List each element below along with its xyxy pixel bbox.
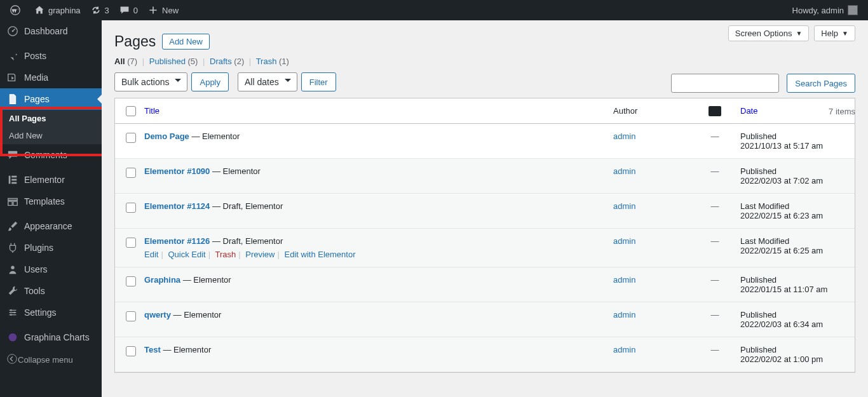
row-checkbox[interactable] (126, 133, 136, 143)
row-checkbox[interactable] (126, 238, 136, 248)
filter-button[interactable]: Filter (301, 72, 336, 91)
menu-settings[interactable]: Settings (0, 302, 102, 323)
page-title-link[interactable]: Graphina (144, 275, 180, 285)
bulk-actions-select[interactable]: Bulk actions (114, 72, 187, 91)
status-filters: All (7) | Published (5) | Drafts (2) | T… (102, 57, 868, 66)
menu-comments[interactable]: Comments (0, 144, 102, 166)
select-all-checkbox[interactable] (126, 106, 136, 116)
menu-dashboard[interactable]: Dashboard (0, 20, 102, 42)
action-quick-edit[interactable]: Quick Edit (168, 250, 205, 259)
search-button[interactable]: Search Pages (787, 74, 855, 93)
action-trash[interactable]: Trash (215, 250, 236, 259)
menu-label: Media (24, 72, 48, 83)
menu-label: Posts (24, 51, 46, 61)
comments-cell: — (689, 236, 740, 246)
menu-posts[interactable]: Posts (0, 45, 102, 67)
col-title[interactable]: Title (144, 106, 159, 116)
howdy-link[interactable]: Howdy, admin (787, 0, 863, 20)
site-link[interactable]: graphina (29, 0, 86, 20)
page-title-link[interactable]: Test (144, 345, 161, 354)
row-checkbox[interactable] (126, 276, 136, 286)
svg-point-8 (10, 309, 12, 311)
settings-icon (6, 307, 19, 318)
action-edit-with-elementor[interactable]: Edit with Elementor (284, 250, 355, 259)
elementor-icon (6, 174, 19, 185)
page-title-link[interactable]: qwerty (144, 310, 171, 320)
updates-link[interactable]: 3 (86, 0, 114, 20)
comments-link[interactable]: 0 (114, 0, 143, 20)
row-checkbox[interactable] (126, 346, 136, 356)
btn-label: Help (821, 29, 838, 38)
menu-users[interactable]: Users (0, 259, 102, 280)
menu-elementor[interactable]: Elementor (0, 169, 102, 191)
author-link[interactable]: admin (613, 275, 635, 285)
filter-trash[interactable]: Trash (256, 57, 277, 66)
menu-appearance[interactable]: Appearance (0, 215, 102, 237)
action-edit[interactable]: Edit (144, 250, 158, 259)
row-checkbox[interactable] (126, 311, 136, 321)
search-input[interactable] (671, 74, 779, 93)
collapse-menu[interactable]: Collapse menu (0, 348, 102, 372)
table-row: Graphina — Elementor admin — Published20… (115, 267, 855, 302)
page-title-link[interactable]: Elementor #1124 (144, 201, 210, 211)
pin-icon (6, 50, 19, 62)
row-checkbox[interactable] (126, 168, 136, 178)
table-header: Title Author Date (115, 98, 855, 124)
screen-options-button[interactable]: Screen Options▼ (728, 25, 810, 41)
page-state: — Elementor (180, 275, 231, 285)
author-link[interactable]: admin (613, 201, 635, 211)
admin-sidebar: Dashboard Posts Media Pages All Pages Ad… (0, 20, 102, 397)
page-title: Pages (114, 33, 156, 50)
action-preview[interactable]: Preview (245, 250, 275, 259)
row-checkbox[interactable] (126, 203, 136, 213)
menu-templates[interactable]: Templates (0, 191, 102, 212)
svg-rect-3 (9, 176, 11, 184)
submenu-add-new[interactable]: Add New (0, 127, 102, 144)
add-new-button[interactable]: Add New (162, 34, 210, 50)
author-link[interactable]: admin (613, 131, 635, 141)
page-state: — Elementor (161, 345, 211, 354)
page-title-link[interactable]: Elementor #1126 (144, 236, 210, 246)
svg-rect-5 (11, 179, 17, 181)
apply-button[interactable]: Apply (191, 72, 229, 91)
chevron-down-icon: ▼ (796, 30, 802, 37)
filter-drafts[interactable]: Drafts (210, 57, 232, 66)
filter-published[interactable]: Published (149, 57, 186, 66)
page-state: — Draft, Elementor (210, 236, 283, 246)
collapse-icon (6, 353, 18, 367)
update-icon (91, 5, 101, 15)
author-link[interactable]: admin (613, 236, 635, 246)
svg-rect-6 (11, 182, 17, 184)
row-actions: Edit| Quick Edit| Trash| Preview| Edit w… (144, 250, 613, 259)
date-cell: Published2022/02/03 at 6:34 am (740, 310, 848, 329)
chevron-down-icon: ▼ (842, 30, 848, 37)
author-link[interactable]: admin (613, 345, 635, 354)
new-link[interactable]: New (143, 0, 184, 20)
comments-cell: — (689, 131, 740, 141)
page-title-link[interactable]: Demo Page (144, 131, 189, 141)
pages-table: Title Author Date Demo Page — Elementor … (114, 98, 855, 373)
col-date[interactable]: Date (740, 106, 757, 116)
author-link[interactable]: admin (613, 310, 635, 320)
wordpress-icon (10, 5, 20, 15)
svg-point-11 (9, 333, 17, 342)
submenu-all-pages[interactable]: All Pages (0, 110, 102, 127)
menu-tools[interactable]: Tools (0, 280, 102, 302)
menu-graphina[interactable]: Graphina Charts (0, 326, 102, 348)
wp-logo[interactable] (5, 0, 29, 20)
menu-label: Elementor (24, 175, 65, 185)
menu-plugins[interactable]: Plugins (0, 237, 102, 259)
help-button[interactable]: Help▼ (814, 25, 855, 41)
page-title-link[interactable]: Elementor #1090 (144, 166, 210, 176)
svg-point-10 (10, 314, 12, 316)
avatar (848, 5, 858, 15)
menu-pages[interactable]: Pages (0, 88, 102, 110)
date-filter-select[interactable]: All dates (238, 72, 297, 91)
page-state: — Elementor (189, 131, 240, 141)
author-link[interactable]: admin (613, 166, 635, 176)
filter-all[interactable]: All (114, 57, 125, 66)
table-row: Elementor #1126 — Draft, Elementor Edit|… (115, 229, 855, 267)
btn-label: Screen Options (735, 29, 792, 38)
items-count: 7 items (829, 107, 855, 116)
menu-media[interactable]: Media (0, 67, 102, 88)
